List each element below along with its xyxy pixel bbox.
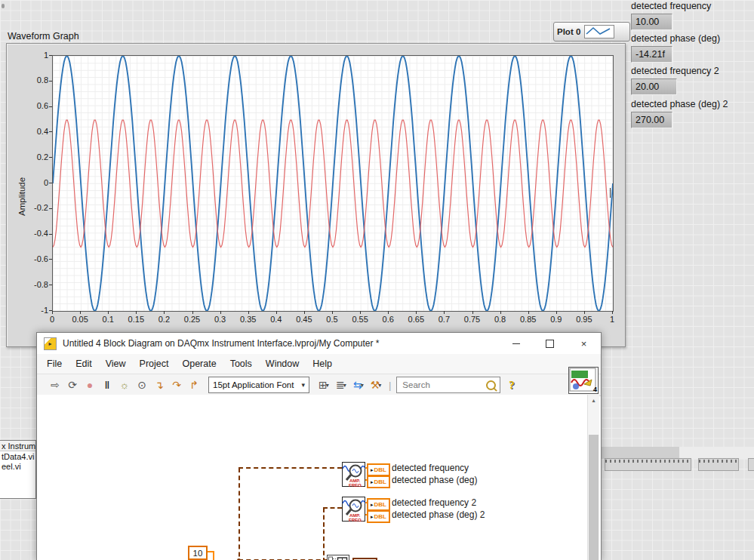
clipped-button-1[interactable]: [605, 458, 691, 471]
step-out-button[interactable]: ↱: [186, 377, 202, 393]
x-tick-label: 0.7: [439, 315, 450, 324]
menu-item-help[interactable]: Help: [306, 355, 339, 372]
search-input[interactable]: [401, 380, 469, 390]
y-tick-label: -0.4: [7, 229, 48, 238]
y-tick-label: 0.6: [7, 101, 48, 110]
menu-item-edit[interactable]: Edit: [69, 355, 99, 372]
step-over-button[interactable]: ↷: [169, 377, 184, 393]
y-tick-mark: [49, 234, 52, 235]
background-file-list-panel: x InstrumtData4.vieel.vi: [0, 440, 36, 499]
step-into-button[interactable]: ↴: [152, 377, 167, 393]
abort-button[interactable]: ●: [82, 377, 97, 393]
y-tick-mark: [49, 285, 52, 285]
labview-vi-icon: ▸: [44, 337, 57, 350]
run-continuously-button[interactable]: ⟳: [65, 377, 80, 393]
waveform-wire: [239, 467, 342, 469]
dbl-indicator-terminal[interactable]: ▸DBL: [367, 475, 390, 488]
highlight-execution-button[interactable]: ☼: [117, 377, 132, 393]
y-tick-mark: [49, 157, 52, 158]
pause-button[interactable]: Ⅱ: [100, 377, 115, 393]
dbl-indicator-terminal[interactable]: ▸DBL: [367, 463, 390, 476]
clean-up-diagram-button[interactable]: ⚒▾: [368, 377, 383, 393]
y-tick-mark: [49, 259, 52, 260]
scrollbar-thumb[interactable]: [589, 435, 599, 560]
tone-measurements-vi-2[interactable]: AMP. FREQ.: [342, 497, 365, 525]
minimize-button[interactable]: [499, 333, 533, 354]
run-button[interactable]: ⇨: [48, 377, 63, 393]
reorder-objects-button[interactable]: ⇆▾: [351, 377, 366, 393]
output-terminal-label: detected phase (deg): [392, 475, 477, 485]
x-tick-label: 0.15: [128, 315, 144, 324]
window-titlebar[interactable]: ▸ Untitled 4 Block Diagram on DAQmx Inst…: [37, 333, 601, 354]
font-selector[interactable]: 15pt Application Font ▾: [208, 377, 309, 393]
x-tick-mark: [248, 311, 249, 314]
dbl-indicator-terminal[interactable]: ▸DBL: [367, 498, 390, 511]
maximize-button[interactable]: [533, 333, 567, 354]
close-button[interactable]: ×: [567, 333, 601, 354]
block-diagram-window: ▸ Untitled 4 Block Diagram on DAQmx Inst…: [36, 332, 602, 560]
waveform-wire: [239, 468, 240, 560]
x-tick-mark: [192, 311, 193, 314]
dbl-arrow-icon: ▸: [371, 514, 374, 519]
chevron-down-icon: ▾: [378, 382, 381, 389]
x-tick-mark: [388, 311, 389, 314]
x-tick-mark: [584, 311, 585, 314]
vi-icon-thumbnail[interactable]: 4: [568, 367, 599, 394]
search-icon[interactable]: [486, 380, 496, 390]
plot-legend-label: Plot 0: [557, 27, 580, 36]
toolbar: ⇨⟳●Ⅱ☼⊙↴↷↱ 15pt Application Font ▾ ⊞▾≣▾⇆▾…: [37, 374, 601, 396]
plot-legend-line-icon[interactable]: [584, 25, 614, 38]
plot-area: [52, 55, 614, 312]
x-tick-label: 0.45: [296, 315, 312, 324]
x-tick-label: 0.1: [103, 315, 114, 324]
x-tick-label: 1: [610, 315, 614, 324]
waveform-graph-panel: Amplitude 00.050.10.150.20.250.30.350.40…: [6, 43, 626, 347]
clipped-button-3[interactable]: [748, 458, 754, 471]
diagram-canvas[interactable]: AMP. FREQ. AMP. FREQ. ▸DBLdetected frequ…: [37, 395, 599, 560]
x-tick-label: 0.3: [214, 315, 226, 324]
svg-text:FREQ.: FREQ.: [349, 518, 363, 522]
list-item[interactable]: eel.vi: [0, 461, 35, 471]
distribute-objects-button[interactable]: ≣▾: [334, 377, 349, 393]
dbl-arrow-icon: ▸: [371, 479, 374, 485]
list-item[interactable]: tData4.vi: [0, 451, 35, 461]
vi-icon-badge: 4: [593, 386, 597, 393]
x-tick-label: 0.9: [550, 315, 562, 324]
dbl-indicator-terminal[interactable]: ▸DBL: [367, 510, 390, 523]
list-item[interactable]: x Instrum: [0, 441, 35, 451]
indicator-value: 20.00: [631, 78, 677, 95]
menu-item-operate[interactable]: Operate: [175, 355, 223, 372]
menu-item-view[interactable]: View: [99, 355, 133, 372]
x-tick-mark: [136, 311, 137, 314]
x-tick-mark: [108, 311, 109, 314]
frequency-constant[interactable]: 10: [188, 546, 208, 560]
y-tick-label: 0.4: [7, 127, 48, 136]
clipped-button-2[interactable]: [698, 458, 739, 471]
y-tick-mark: [49, 131, 52, 132]
scroll-up-arrow[interactable]: ▴: [588, 395, 599, 406]
plot-legend[interactable]: Plot 0: [553, 22, 630, 42]
plot-line-0: [53, 56, 613, 310]
menu-item-tools[interactable]: Tools: [223, 355, 259, 372]
y-tick-label: 0.2: [7, 152, 48, 162]
x-tick-mark: [556, 311, 557, 314]
x-tick-mark: [276, 311, 277, 314]
align-objects-button[interactable]: ⊞▾: [316, 377, 331, 393]
x-tick-mark: [332, 311, 333, 314]
search-box[interactable]: [396, 377, 500, 393]
diagram-vertical-scrollbar[interactable]: ▴: [587, 395, 599, 560]
indicator-label: detected frequency 2: [631, 66, 719, 76]
menu-item-file[interactable]: File: [40, 355, 69, 372]
x-tick-label: 0.2: [158, 315, 170, 324]
help-icon[interactable]: ?: [509, 379, 515, 392]
indicator-label: detected phase (deg): [631, 33, 720, 44]
x-tick-mark: [304, 311, 305, 314]
tone-measurements-vi-1[interactable]: AMP. FREQ.: [342, 462, 365, 490]
x-tick-label: 0.35: [240, 315, 256, 324]
x-tick-label: 0.5: [326, 315, 337, 324]
build-array-node[interactable]: [327, 555, 349, 560]
retain-wire-values-button[interactable]: ⊙: [134, 377, 149, 393]
menu-item-project[interactable]: Project: [133, 355, 176, 372]
menu-item-window[interactable]: Window: [259, 355, 306, 372]
plot-artifact-line: [610, 188, 611, 198]
